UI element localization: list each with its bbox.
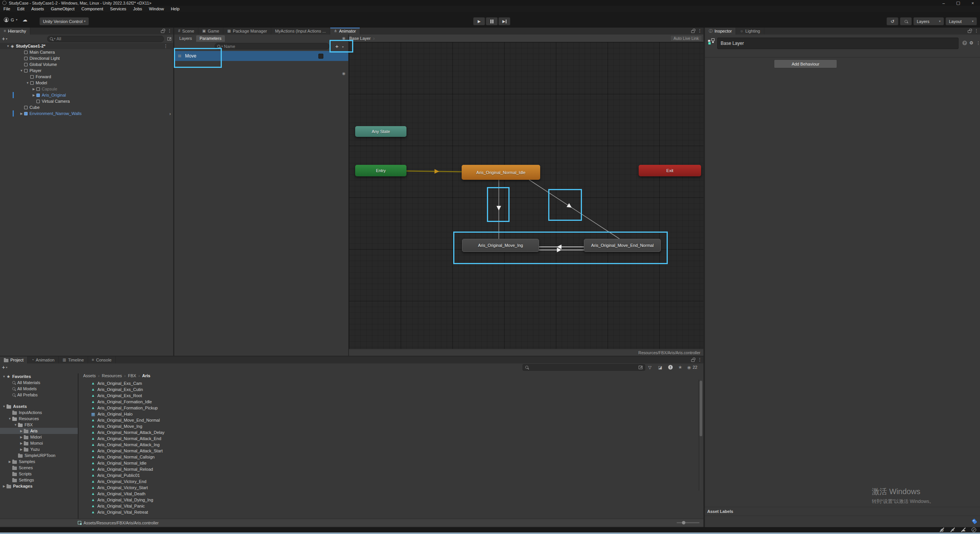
expand-icon[interactable]: ▶ [31, 87, 36, 91]
expand-icon[interactable]: ▶ [19, 112, 24, 115]
layout-dropdown[interactable]: Layout▾ [946, 17, 977, 25]
tab-console[interactable]: ≡Console [88, 357, 116, 363]
state-node-entry[interactable]: Entry [355, 165, 406, 176]
project-add-button[interactable]: + [2, 364, 5, 370]
breadcrumb-segment-resources[interactable]: Resources [102, 373, 122, 378]
hierarchy-item-environment-narrow-walls[interactable]: ▶Environment_Narrow_Walls› [0, 110, 173, 117]
cloud-disabled-icon[interactable]: ☁ [961, 527, 966, 532]
expand-icon[interactable]: ▶ [31, 94, 36, 97]
expand-icon[interactable]: ▶ [19, 435, 24, 439]
cache-server-disabled-icon[interactable]: ≋ [950, 527, 955, 532]
hierarchy-add-dropdown-icon[interactable]: ▾ [6, 37, 7, 41]
slider-thumb[interactable] [682, 521, 685, 524]
tab-animator[interactable]: ⋔Animator [330, 28, 360, 35]
visibility-eye-icon[interactable]: ◉ [687, 365, 691, 370]
menu-services[interactable]: Services [107, 6, 129, 12]
project-tree-item-all-models[interactable]: All Models [0, 386, 78, 392]
kebab-menu-icon[interactable]: ⋮ [698, 357, 702, 362]
play-button[interactable]: ▶ [473, 17, 485, 25]
file-row-aris-original-normal-attack-ing[interactable]: ▲Aris_Original_Normal_Attack_Ing [91, 442, 703, 448]
project-tree-item-assets[interactable]: ▼Assets [0, 403, 78, 409]
cloud-icon[interactable]: ☁ [23, 17, 28, 22]
kebab-menu-icon[interactable]: ⋮ [167, 28, 172, 33]
menu-file[interactable]: File [0, 6, 14, 12]
project-tree-item-samples[interactable]: ▶Samples [0, 458, 78, 465]
project-tree-item-all-materials[interactable]: All Materials [0, 380, 78, 386]
layer-name-field[interactable]: Base Layer [717, 38, 959, 49]
menu-edit[interactable]: Edit [14, 6, 28, 12]
file-row-aris-original-normal-attack-end[interactable]: ▲Aris_Original_Normal_Attack_End [91, 435, 703, 442]
hierarchy-item-aris-original[interactable]: ▶Aris_Original [0, 92, 173, 98]
file-row-aris-original-exs-cutin[interactable]: ▲Aris_Original_Exs_Cutin [91, 386, 703, 393]
tab-hierarchy[interactable]: ≡ Hierarchy [0, 28, 30, 35]
tab-scene[interactable]: #Scene [174, 28, 198, 35]
hierarchy-item-capsule[interactable]: ▶Capsule [0, 86, 173, 92]
project-tree-item-simpleurptoon[interactable]: SimpleURPToon [0, 452, 78, 458]
project-tree-item-inputactions[interactable]: InputActions [0, 409, 78, 416]
thumbnail-size-slider[interactable] [677, 522, 700, 523]
file-row-aris-original-normal-callsign[interactable]: ▲Aris_Original_Normal_Callsign [91, 454, 703, 460]
filter-by-label-icon[interactable]: ◪ [658, 365, 662, 370]
scrollbar-thumb[interactable] [700, 381, 702, 436]
project-tree-item-fbx[interactable]: ▼FBX [0, 422, 78, 428]
transition-entry-to-idle[interactable] [406, 171, 462, 172]
kebab-menu-icon[interactable]: ⋮ [164, 44, 168, 49]
add-behaviour-button[interactable]: Add Behaviour [774, 59, 837, 68]
state-node-any-state[interactable]: Any State [355, 126, 406, 137]
hierarchy-item-model[interactable]: ▼Model [0, 80, 173, 86]
collapse-icon[interactable]: ▼ [13, 423, 18, 427]
favorites-star-icon[interactable]: ★ [678, 365, 682, 370]
project-tree-item-settings[interactable]: Settings [0, 477, 78, 483]
project-tree-item-midori[interactable]: ▶Midori [0, 434, 78, 440]
menu-help[interactable]: Help [167, 6, 183, 12]
step-button[interactable]: ▶ [498, 17, 510, 25]
file-row-aris-original-public01[interactable]: ▲Aris_Original_Public01 [91, 472, 703, 478]
lock-icon[interactable] [968, 30, 971, 33]
search-popout-icon[interactable] [639, 366, 642, 369]
project-tree-item-scripts[interactable]: Scripts [0, 471, 78, 477]
help-icon[interactable]: ? [962, 41, 967, 45]
hidden-packages-icon[interactable]: ! [668, 365, 673, 370]
menu-gameobject[interactable]: GameObject [48, 6, 78, 12]
hierarchy-item-global-volume[interactable]: Global Volume [0, 61, 173, 67]
file-row-aris-original-exs-root[interactable]: ▲Aris_Original_Exs_Root [91, 393, 703, 399]
collapse-icon[interactable]: ▼ [19, 69, 24, 72]
file-row-aris-original-vital-death[interactable]: ▲Aris_Original_Vital_Death [91, 491, 703, 497]
tab-parameters[interactable]: Parameters [196, 35, 225, 42]
parameter-bool-checkbox[interactable] [318, 54, 323, 59]
layers-dropdown[interactable]: Layers▾ [913, 17, 944, 25]
account-initial[interactable]: G [11, 18, 14, 22]
collapse-icon[interactable]: ▼ [2, 375, 7, 378]
menu-window[interactable]: Window [146, 6, 167, 12]
menu-component[interactable]: Component [78, 6, 107, 12]
project-add-dropdown-icon[interactable]: ▾ [6, 366, 7, 369]
project-tree-item-scenes[interactable]: Scenes [0, 465, 78, 471]
breadcrumb-segment-assets[interactable]: Assets [83, 373, 96, 378]
menu-jobs[interactable]: Jobs [130, 6, 146, 12]
menu-assets[interactable]: Assets [28, 6, 48, 12]
tab-timeline[interactable]: ▥Timeline [59, 357, 88, 363]
animator-graph[interactable]: Any StateEntryAris_Original_Normal_IdleE… [349, 42, 703, 349]
state-node-aris-original-normal-idle[interactable]: Aris_Original_Normal_Idle [462, 165, 540, 180]
kebab-menu-icon[interactable]: ⋮ [698, 28, 702, 33]
hierarchy-item-forward[interactable]: Forward [0, 74, 173, 80]
notifications-muted-icon[interactable]: ◍ [939, 527, 945, 532]
parameter-search-input[interactable]: ▾ Name [215, 43, 329, 49]
collapse-icon[interactable]: ▼ [5, 44, 11, 48]
hierarchy-item-virtual-camera[interactable]: Virtual Camera [0, 98, 173, 104]
search-everywhere-button[interactable] [900, 17, 912, 25]
file-row-aris-original-move-ing[interactable]: ▲Aris_Original_Move_Ing [91, 423, 703, 429]
file-row-aris-original-victory-end[interactable]: ▲Aris_Original_Victory_End [91, 478, 703, 485]
minimize-button[interactable]: – [936, 0, 951, 6]
breadcrumb-segment-aris[interactable]: Aris [142, 373, 150, 378]
hierarchy-item-studycase1-2-[interactable]: ▼◈StudyCase1-2*⋮ [0, 43, 173, 49]
hierarchy-item-directional-light[interactable]: Directional Light [0, 55, 173, 61]
project-search-input[interactable] [523, 364, 645, 371]
presets-icon[interactable]: ⚙ [969, 41, 973, 45]
file-row-aris-original-move-end-normal[interactable]: ▲Aris_Original_Move_End_Normal [91, 417, 703, 423]
file-row-aris-original-vital-retreat[interactable]: ▲Aris_Original_Vital_Retreat [91, 509, 703, 515]
project-tree-item-favorites[interactable]: ▼★Favorites [0, 373, 78, 380]
close-button[interactable]: × [965, 0, 980, 6]
file-row-aris-original-halo[interactable]: ▦Aris_Original_Halo [91, 411, 703, 417]
file-list-scrollbar[interactable] [699, 380, 703, 491]
